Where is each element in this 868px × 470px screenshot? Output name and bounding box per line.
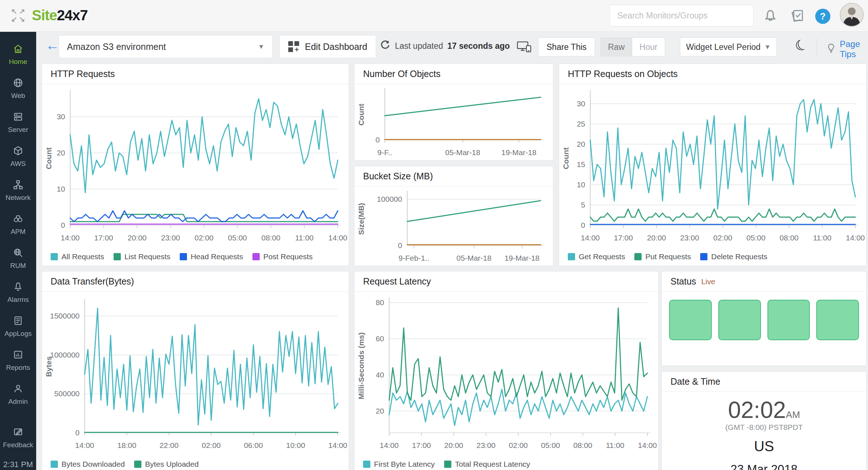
sidebar-item-label: APM (10, 228, 25, 236)
number-of-objects-chart[interactable]: 09-F..05-Mar-1819-Mar-18Count (354, 84, 553, 160)
svg-text:20:00: 20:00 (444, 441, 463, 449)
svg-text:20: 20 (577, 140, 585, 148)
expand-arrows-icon[interactable]: ↖↗↙↘ (10, 8, 26, 24)
sidebar-item-apm[interactable]: APM (0, 208, 36, 242)
legend-label: First Byte Latency (374, 460, 435, 469)
legend-label: Delete Requests (711, 252, 767, 261)
panel-title: Bucket Size (MB) (363, 171, 433, 181)
widget-level-period-select[interactable]: Widget Level Period ▼ (680, 38, 777, 56)
sidebar-item-network[interactable]: Network (0, 174, 36, 208)
legend-swatch-icon (51, 461, 58, 468)
svg-text:1000000: 1000000 (50, 351, 80, 359)
edit-dashboard-label: Edit Dashboard (305, 42, 367, 52)
sidebar-item-aws[interactable]: AWS (0, 140, 36, 174)
svg-text:60: 60 (376, 334, 384, 343)
sidebar-item-rum[interactable]: RUM (0, 242, 36, 275)
user-avatar[interactable] (840, 3, 864, 27)
tasks-icon[interactable] (789, 8, 805, 24)
panel-title: Status (671, 276, 696, 287)
legend-label: Bytes Uploaded (145, 460, 199, 469)
legend-swatch-icon (444, 461, 451, 468)
help-icon[interactable]: ? (815, 9, 830, 24)
svg-text:02:00: 02:00 (195, 234, 214, 242)
http-requests-chart[interactable]: 010203014:0017:0020:0023:0002:0005:0008:… (42, 84, 349, 248)
legend-item[interactable]: All Requests (51, 252, 104, 261)
sidebar-item-home[interactable]: Home (0, 38, 36, 72)
refresh-icon[interactable] (380, 40, 391, 52)
panel-number-of-objects: Number Of Objects 09-F..05-Mar-1819-Mar-… (354, 64, 553, 161)
status-box[interactable] (669, 300, 712, 340)
legend-item[interactable]: Get Requests (568, 252, 625, 261)
bell-icon[interactable] (762, 8, 778, 24)
legend-swatch-icon (180, 253, 187, 260)
legend-item[interactable]: First Byte Latency (363, 460, 435, 469)
status-box[interactable] (816, 300, 859, 340)
sidebar-item-server[interactable]: Server (0, 106, 36, 140)
status-box[interactable] (767, 300, 810, 340)
edit-dashboard-button[interactable]: + Edit Dashboard (279, 35, 376, 58)
svg-text:0: 0 (75, 428, 80, 437)
svg-text:10: 10 (577, 180, 585, 189)
svg-text:30: 30 (57, 112, 65, 121)
legend-item[interactable]: Post Requests (252, 252, 313, 261)
sidebar-item-admin[interactable]: Admin (0, 377, 36, 411)
http-requests-on-objects-chart[interactable]: 05101520253014:0017:0020:0023:0002:0005:… (559, 84, 866, 248)
data-transfer-chart[interactable]: 05000001000000150000014:0018:0022:0002:0… (42, 292, 349, 455)
svg-text:08:00: 08:00 (573, 441, 592, 449)
svg-text:Milli-Seconds (ms): Milli-Seconds (ms) (357, 332, 365, 400)
back-button[interactable]: ← (46, 38, 59, 52)
toolbar-divider (817, 38, 817, 56)
legend-item[interactable]: List Requests (114, 252, 170, 261)
svg-text:0: 0 (581, 221, 585, 229)
svg-text:0: 0 (398, 241, 402, 249)
dark-mode-moon-icon[interactable]: ☾ (792, 35, 810, 55)
svg-text:30: 30 (577, 99, 585, 108)
legend-swatch-icon (114, 253, 121, 260)
svg-text:08:00: 08:00 (779, 234, 799, 242)
svg-text:17:00: 17:00 (412, 441, 431, 449)
sidebar-item-feedback[interactable]: Feedback (0, 421, 36, 455)
svg-text:08:00: 08:00 (261, 234, 281, 242)
bucket-size-chart[interactable]: 01000009-Feb-1..05-Mar-1819-Mar-18Size(M… (354, 187, 553, 266)
dashboard-select[interactable]: Amazon S3 environment ▼ (59, 35, 273, 58)
svg-text:1500000: 1500000 (50, 312, 80, 320)
legend-label: Bytes Downloaded (61, 460, 125, 469)
legend-item[interactable]: Delete Requests (700, 252, 767, 261)
clock-region: US (754, 438, 774, 454)
page-tips-link[interactable]: Page Tips (825, 39, 868, 59)
search-monitors-box[interactable] (610, 5, 754, 26)
legend-item[interactable]: Put Requests (634, 252, 691, 261)
svg-text:23:00: 23:00 (476, 441, 495, 449)
sidebar-item-label: AWS (10, 160, 26, 168)
search-input[interactable] (617, 11, 746, 21)
devices-icon[interactable] (516, 40, 532, 53)
legend-item[interactable]: Bytes Uploaded (134, 460, 199, 469)
legend: All RequestsList RequestsHead RequestsPo… (42, 248, 349, 266)
sidebar-item-reports[interactable]: Reports (0, 343, 36, 377)
legend-item[interactable]: Head Requests (180, 252, 243, 261)
status-box[interactable] (718, 300, 761, 340)
svg-text:14:00: 14:00 (846, 234, 865, 242)
share-this-button[interactable]: Share This (538, 38, 595, 56)
status-boxes (662, 292, 866, 366)
toggle-option-hour[interactable]: Hour (632, 38, 665, 56)
clock-meridiem: AM (786, 409, 800, 420)
sidebar-item-applogs[interactable]: AppLogs (0, 309, 36, 343)
logo[interactable]: ↖↗↙↘ Site24x7 (10, 7, 88, 24)
sidebar-item-web[interactable]: Web (0, 72, 36, 106)
svg-text:23:00: 23:00 (680, 234, 699, 242)
request-latency-chart[interactable]: 2040608014:0017:0020:0023:0002:0005:0008… (354, 292, 658, 455)
chevron-down-icon: ▼ (258, 43, 264, 51)
svg-text:Bytes: Bytes (44, 356, 53, 377)
svg-text:05-Mar-18: 05-Mar-18 (456, 254, 492, 262)
site24x7-dashboard: ↖↗↙↘ Site24x7 ? (0, 0, 868, 470)
share-this-label: Share This (546, 42, 587, 52)
svg-text:9-Feb-1..: 9-Feb-1.. (399, 254, 429, 262)
legend-item[interactable]: Total Request Latency (444, 460, 530, 469)
svg-text:18:00: 18:00 (117, 441, 136, 449)
legend-item[interactable]: Bytes Downloaded (51, 460, 125, 469)
sidebar-item-label: Network (5, 194, 31, 202)
sidebar-item-alarms[interactable]: Alarms (0, 275, 36, 309)
svg-text:20:00: 20:00 (647, 234, 666, 242)
toggle-option-raw[interactable]: Raw (601, 38, 632, 56)
